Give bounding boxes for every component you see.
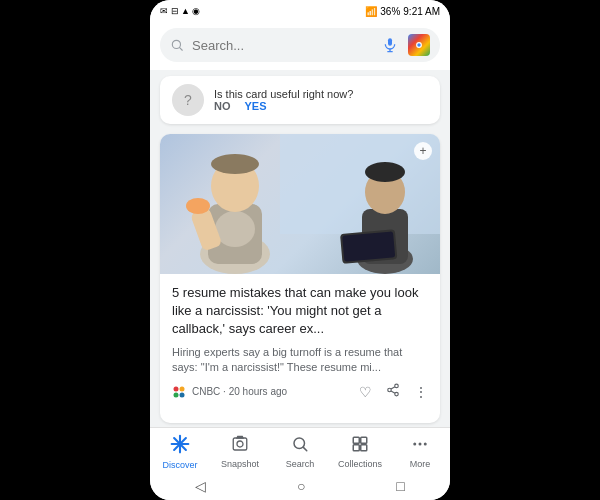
- gesture-bar: ◁ ○ □: [150, 474, 450, 500]
- news-source-time: CNBC · 20 hours ago: [192, 386, 353, 397]
- svg-rect-39: [353, 445, 359, 451]
- svg-point-22: [174, 392, 179, 397]
- search-icon: [170, 38, 184, 52]
- svg-rect-19: [342, 231, 395, 261]
- nav-item-search[interactable]: Search: [278, 435, 322, 469]
- nav-item-discover[interactable]: Discover: [158, 434, 202, 470]
- svg-rect-37: [353, 437, 359, 443]
- like-button[interactable]: ♡: [359, 384, 372, 400]
- no-button[interactable]: NO: [214, 100, 231, 112]
- svg-line-28: [391, 387, 395, 389]
- svg-point-43: [424, 443, 427, 446]
- recents-gesture-button[interactable]: □: [396, 478, 404, 494]
- nav-item-more[interactable]: More: [398, 435, 442, 469]
- svg-rect-34: [233, 438, 247, 450]
- svg-rect-38: [361, 437, 367, 443]
- search-nav-icon: [291, 435, 309, 457]
- svg-point-33: [237, 441, 243, 447]
- discover-label: Discover: [162, 460, 197, 470]
- svg-line-36: [303, 447, 306, 450]
- status-bar: ✉ ⊟ ▲ ◉ 📶 36% 9:21 AM: [150, 0, 450, 22]
- search-bar-container: [150, 22, 450, 70]
- news-actions: ♡ ⋮: [359, 383, 428, 400]
- collections-icon: [351, 435, 369, 457]
- battery-percent: 36%: [380, 6, 400, 17]
- google-lens-icon[interactable]: [408, 34, 430, 56]
- more-nav-icon: [411, 435, 429, 457]
- source-logo: [172, 385, 186, 399]
- svg-point-24: [395, 385, 399, 389]
- svg-point-23: [180, 392, 185, 397]
- svg-rect-40: [361, 445, 367, 451]
- collections-label: Collections: [338, 459, 382, 469]
- yes-button[interactable]: YES: [245, 100, 267, 112]
- bottom-nav: Discover Snapshot Search: [150, 427, 450, 474]
- svg-point-6: [417, 43, 421, 47]
- more-options-button[interactable]: ⋮: [414, 384, 428, 400]
- home-gesture-button[interactable]: ○: [297, 478, 305, 494]
- card-prompt-question: Is this card useful right now?: [214, 88, 428, 100]
- svg-point-26: [395, 393, 399, 397]
- search-bar[interactable]: [160, 28, 440, 62]
- notification-icons: ✉ ⊟ ▲ ◉: [160, 6, 200, 16]
- mic-icon[interactable]: [380, 35, 400, 55]
- news-body: 5 resume mistakes that can make you look…: [160, 274, 440, 410]
- status-right-info: 📶 36% 9:21 AM: [365, 6, 440, 17]
- news-title[interactable]: 5 resume mistakes that can make you look…: [172, 284, 428, 339]
- search-nav-label: Search: [286, 459, 315, 469]
- svg-point-13: [186, 198, 210, 214]
- question-avatar: ?: [172, 84, 204, 116]
- svg-point-20: [174, 386, 179, 391]
- status-left-icons: ✉ ⊟ ▲ ◉: [160, 6, 200, 16]
- card-prompt: ? Is this card useful right now? NO YES: [160, 76, 440, 124]
- add-to-collection-icon[interactable]: +: [414, 142, 432, 160]
- svg-rect-2: [388, 38, 392, 45]
- snapshot-label: Snapshot: [221, 459, 259, 469]
- svg-point-21: [180, 386, 185, 391]
- more-label: More: [410, 459, 431, 469]
- news-footer: CNBC · 20 hours ago ♡ ⋮: [172, 383, 428, 400]
- svg-point-25: [388, 389, 392, 393]
- discover-icon: [170, 434, 190, 458]
- share-button[interactable]: [386, 383, 400, 400]
- nav-item-snapshot[interactable]: Snapshot: [218, 435, 262, 469]
- snapshot-icon: [231, 435, 249, 457]
- svg-point-9: [215, 211, 255, 247]
- svg-point-41: [413, 443, 416, 446]
- signal-icon: 📶: [365, 6, 377, 17]
- nav-item-collections[interactable]: Collections: [338, 435, 382, 469]
- time-display: 9:21 AM: [403, 6, 440, 17]
- svg-line-27: [391, 391, 395, 393]
- svg-line-1: [180, 48, 183, 51]
- news-description: Hiring experts say a big turnoff is a re…: [172, 345, 428, 376]
- news-card: + 5 resume mistakes that can make you lo…: [160, 134, 440, 423]
- person-right-figure: [340, 144, 430, 274]
- search-input[interactable]: [192, 38, 372, 53]
- person-left-figure: [180, 134, 290, 274]
- svg-point-17: [365, 162, 405, 182]
- back-gesture-button[interactable]: ◁: [195, 478, 206, 494]
- svg-point-42: [418, 443, 421, 446]
- news-image: +: [160, 134, 440, 274]
- svg-point-11: [211, 154, 259, 174]
